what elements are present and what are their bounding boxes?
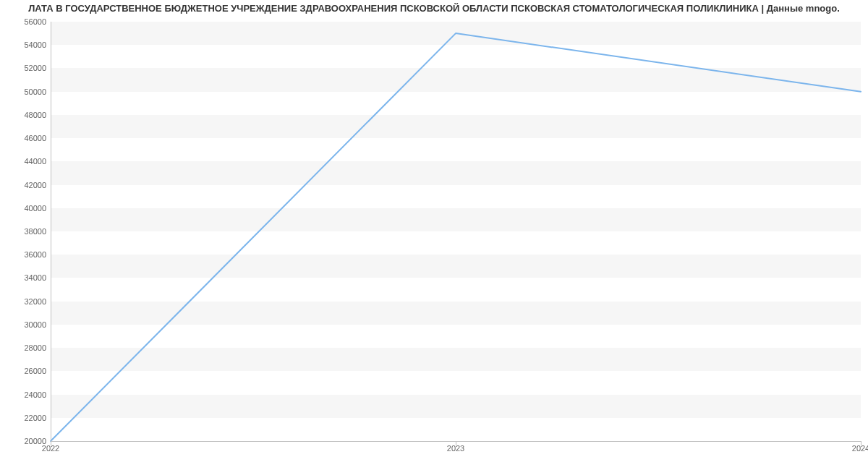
y-axis-line [51,22,51,441]
y-tick-label: 42000 [3,181,46,189]
y-tick-label: 26000 [3,367,46,375]
y-tick-label: 20000 [3,437,46,445]
line-layer [51,22,861,441]
x-tick-mark [51,441,51,445]
y-tick-label: 34000 [3,273,46,282]
y-tick-label: 50000 [3,87,46,96]
y-tick-label: 46000 [3,134,46,142]
y-tick-label: 24000 [3,390,46,399]
y-tick-label: 48000 [3,111,46,119]
y-tick-label: 22000 [3,414,46,422]
y-tick-label: 40000 [3,204,46,213]
y-tick-label: 32000 [3,297,46,306]
chart-title: ЛАТА В ГОСУДАРСТВЕННОЕ БЮДЖЕТНОЕ УЧРЕЖДЕ… [0,3,868,14]
y-tick-label: 52000 [3,64,46,72]
y-tick-label: 28000 [3,343,46,352]
y-tick-label: 56000 [3,17,46,26]
x-tick-mark [861,441,861,445]
plot-area [51,22,861,441]
series-line [51,33,861,441]
y-tick-label: 44000 [3,157,46,166]
x-tick-label: 2024 [852,444,868,453]
y-tick-label: 30000 [3,320,46,329]
x-tick-mark [456,441,456,445]
chart-container: ЛАТА В ГОСУДАРСТВЕННОЕ БЮДЖЕТНОЕ УЧРЕЖДЕ… [0,0,868,470]
y-tick-label: 38000 [3,227,46,236]
y-tick-label: 36000 [3,250,46,259]
y-tick-label: 54000 [3,40,46,49]
